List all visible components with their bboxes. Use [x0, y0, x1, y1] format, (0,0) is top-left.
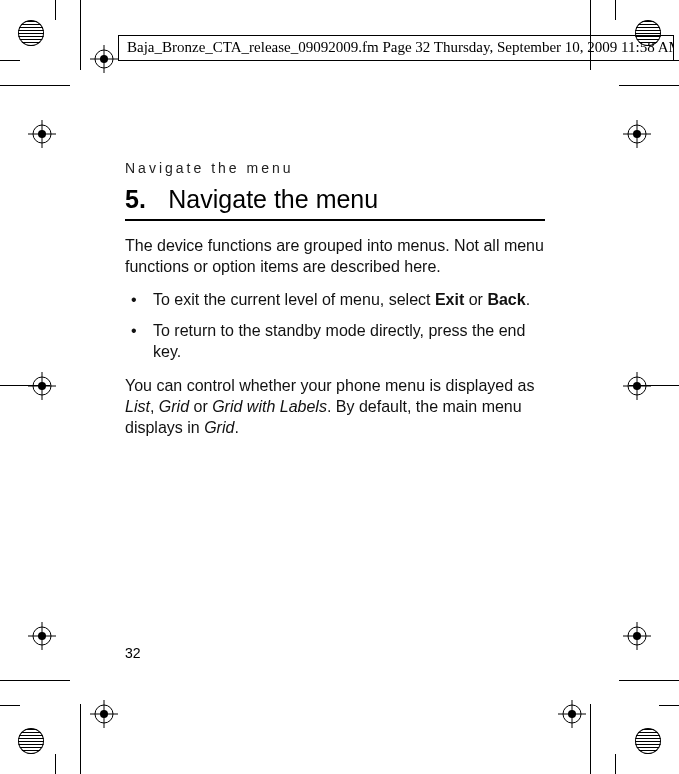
registration-mark-icon	[28, 372, 56, 400]
body-text: The device functions are grouped into me…	[125, 235, 550, 450]
registration-mark-icon	[28, 622, 56, 650]
bullet-item: To return to the standby mode directly, …	[147, 320, 550, 362]
page-number: 32	[125, 645, 141, 661]
bullet-list: To exit the current level of menu, selec…	[125, 289, 550, 362]
registration-mark-icon	[623, 372, 651, 400]
registration-mark-icon	[623, 120, 651, 148]
registration-mark-icon	[90, 700, 118, 728]
registration-mark-icon	[28, 120, 56, 148]
corner-circle-icon	[18, 20, 44, 46]
slug-text: Baja_Bronze_CTA_release_09092009.fm Page…	[127, 39, 674, 55]
registration-mark-icon	[623, 622, 651, 650]
running-head: Navigate the menu	[125, 160, 294, 176]
section-heading: 5. Navigate the menu	[125, 185, 555, 214]
section-number: 5.	[125, 185, 146, 213]
section-rule	[125, 219, 545, 221]
corner-circle-icon	[18, 728, 44, 754]
corner-circle-icon	[635, 728, 661, 754]
registration-mark-icon	[90, 45, 118, 73]
registration-mark-icon	[558, 700, 586, 728]
closing-paragraph: You can control whether your phone menu …	[125, 375, 550, 438]
bullet-item: To exit the current level of menu, selec…	[147, 289, 550, 310]
document-slug: Baja_Bronze_CTA_release_09092009.fm Page…	[118, 35, 674, 61]
intro-paragraph: The device functions are grouped into me…	[125, 235, 550, 277]
section-title: Navigate the menu	[168, 185, 378, 213]
